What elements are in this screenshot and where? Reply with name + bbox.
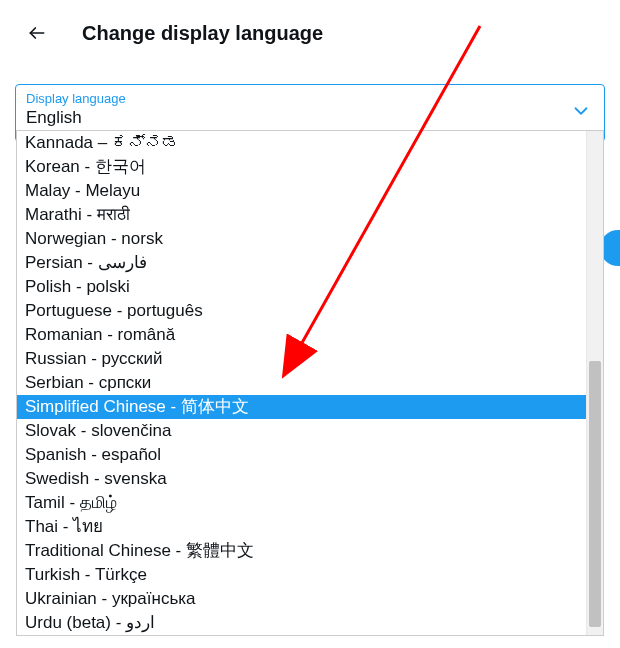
language-option[interactable]: Spanish - español	[17, 443, 586, 467]
language-option[interactable]: Marathi - मराठी	[17, 203, 586, 227]
language-option[interactable]: Russian - русский	[17, 347, 586, 371]
scrollbar-thumb[interactable]	[589, 361, 601, 627]
language-option[interactable]: Norwegian - norsk	[17, 227, 586, 251]
language-option[interactable]: Swedish - svenska	[17, 467, 586, 491]
select-value: English	[26, 108, 594, 128]
language-option[interactable]: Thai - ไทย	[17, 515, 586, 539]
language-option[interactable]: Ukrainian - українська	[17, 587, 586, 611]
language-option[interactable]: Romanian - română	[17, 323, 586, 347]
select-label: Display language	[26, 91, 594, 106]
language-option[interactable]: Korean - 한국어	[17, 155, 586, 179]
language-option[interactable]: Traditional Chinese - 繁體中文	[17, 539, 586, 563]
language-option[interactable]: Urdu (beta) - اردو	[17, 611, 586, 635]
language-option[interactable]: Persian - فارسی	[17, 251, 586, 275]
chevron-down-icon	[570, 100, 592, 126]
scrollbar-track[interactable]	[586, 131, 603, 635]
language-option[interactable]: Serbian - српски	[17, 371, 586, 395]
header: Change display language	[0, 0, 620, 66]
language-option[interactable]: Kannada – ಕನ್ನಡ	[17, 131, 586, 155]
language-option[interactable]: Simplified Chinese - 简体中文	[17, 395, 586, 419]
language-option[interactable]: Turkish - Türkçe	[17, 563, 586, 587]
language-option[interactable]: Portuguese - português	[17, 299, 586, 323]
language-option[interactable]: Slovak - slovenčina	[17, 419, 586, 443]
options-list: Kannada – ಕನ್ನಡKorean - 한국어Malay - Melay…	[17, 131, 586, 635]
back-button[interactable]	[20, 16, 54, 50]
language-dropdown: Kannada – ಕನ್ನಡKorean - 한국어Malay - Melay…	[16, 130, 604, 636]
language-option[interactable]: Malay - Melayu	[17, 179, 586, 203]
language-option[interactable]: Tamil - தமிழ்	[17, 491, 586, 515]
page-title: Change display language	[82, 22, 323, 45]
language-option[interactable]: Polish - polski	[17, 275, 586, 299]
arrow-left-icon	[27, 23, 47, 43]
